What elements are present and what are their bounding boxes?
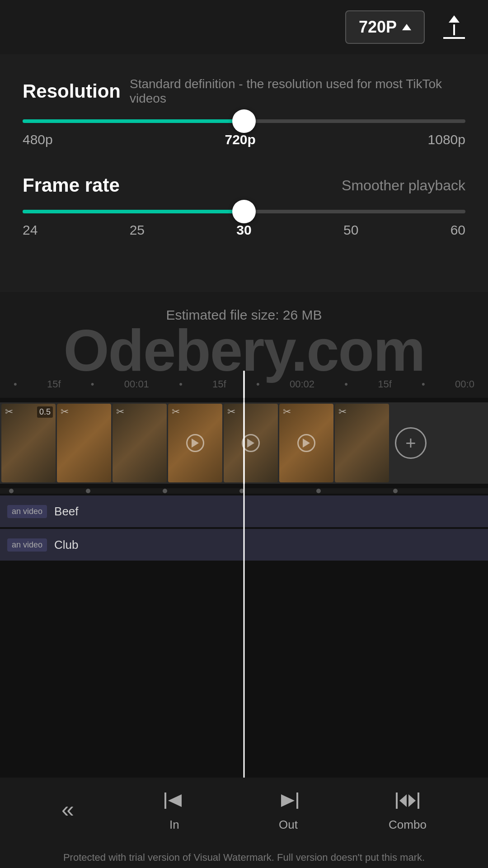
ruler-mark-11: • [422,378,425,390]
svg-rect-0 [164,793,166,809]
ruler-mark-8: 00:02 [290,378,314,390]
resolution-label-1080: 1080p [428,132,465,147]
svg-marker-5 [399,794,407,807]
track-dot-3 [163,489,167,493]
svg-marker-2 [281,794,295,807]
resolution-label: 720P [359,18,397,37]
settings-panel: Resolution Standard definition - the res… [0,54,488,292]
add-clip-button[interactable]: + [395,427,427,459]
ruler-mark-6: 15f [212,378,226,390]
timeline-area: • 15f • 00:01 • 15f • 00:02 • 15f • 00:0… [0,371,488,778]
combo-icon [394,787,421,814]
nav-back-item[interactable]: « [61,796,74,822]
file-size-section: Estimated file size: 26 MB [0,307,488,323]
scissors-icon-1: ✂ [5,406,13,418]
ruler-mark-2: 15f [47,378,61,390]
resolution-slider-thumb[interactable] [232,109,256,133]
ruler-mark-3: • [91,378,94,390]
nav-out-item[interactable]: Out [275,787,302,832]
audio-track-2-name: Club [54,538,78,552]
framerate-section: Frame rate Smoother playback 24 25 30 50… [23,175,465,238]
track-dot-5 [316,489,321,493]
resolution-section: Resolution Standard definition - the res… [23,77,465,147]
svg-marker-6 [408,794,416,807]
nav-combo-item[interactable]: Combo [389,787,427,832]
video-clip-4[interactable]: ✂ [168,404,222,482]
resolution-slider-fill [23,119,244,123]
ruler-mark-7: • [256,378,260,390]
resolution-button[interactable]: 720P [345,10,425,44]
scissors-icon-6: ✂ [283,406,291,418]
resolution-header: Resolution Standard definition - the res… [23,77,465,106]
video-clip-6[interactable]: ✂ [279,404,333,482]
framerate-header: Frame rate Smoother playback [23,175,465,196]
video-clip-2[interactable]: ✂ [57,404,111,482]
chevron-up-icon [402,24,411,30]
framerate-label-30: 30 [236,222,251,238]
in-icon [161,787,188,814]
framerate-subtitle: Smoother playback [342,177,465,194]
svg-rect-7 [418,793,419,809]
video-thumbnails: ✂ 0.5 ✂ ✂ ✂ ✂ ✂ ✂ [0,402,390,484]
audio-track-1-badge: an video [7,505,47,518]
resolution-slider-track [23,119,465,123]
scissors-icon-5: ✂ [227,406,235,418]
clip-play-icon-4 [186,434,204,452]
framerate-slider-fill [23,210,244,213]
video-clip-5[interactable]: ✂ [224,404,278,482]
ruler-mark-4: 00:01 [124,378,149,390]
svg-marker-1 [168,794,182,807]
scissors-icon-2: ✂ [61,406,69,418]
framerate-label-24: 24 [23,222,38,238]
resolution-label-480: 480p [23,132,53,147]
export-button[interactable] [438,11,470,43]
nav-out-label: Out [279,818,298,832]
resolution-title: Resolution [23,80,121,102]
out-icon [275,787,302,814]
framerate-title: Frame rate [23,175,120,196]
framerate-label-50: 50 [343,222,358,238]
audio-playhead-1 [244,371,245,778]
nav-in-label: In [169,818,179,832]
audio-track-1-name: Beef [54,505,79,519]
bottom-nav: « In Out Combo [0,778,488,841]
framerate-slider-track [23,210,465,213]
ruler-mark-10: 15f [378,378,392,390]
scissors-icon-3: ✂ [116,406,124,418]
protection-text: Protected with trial version of Visual W… [0,852,488,863]
nav-in-item[interactable]: In [161,787,188,832]
file-size-text: Estimated file size: 26 MB [166,307,322,322]
framerate-labels: 24 25 30 50 60 [23,222,465,238]
nav-combo-label: Combo [389,818,427,832]
export-icon [443,15,465,39]
framerate-label-25: 25 [130,222,145,238]
ruler-mark-9: • [344,378,348,390]
clip-play-icon-6 [297,434,315,452]
video-clip-3[interactable]: ✂ [113,404,167,482]
resolution-labels: 480p 720p 1080p [23,132,465,147]
resolution-description: Standard definition - the resolution use… [130,77,465,106]
track-dot-6 [393,489,398,493]
framerate-slider-thumb[interactable] [232,200,256,223]
back-icon: « [61,796,74,822]
protection-label: Protected with trial version of Visual W… [63,852,425,863]
svg-rect-3 [296,793,298,809]
track-dot-2 [86,489,90,493]
audio-track-1: an video Beef [0,495,488,527]
ruler-mark-5: • [179,378,183,390]
svg-rect-4 [396,793,398,809]
framerate-slider-container[interactable] [23,210,465,213]
clip-duration-1: 0.5 [37,406,53,418]
framerate-label-60: 60 [450,222,465,238]
resolution-label-720: 720p [225,132,255,147]
scissors-icon-7: ✂ [338,406,347,418]
scissors-icon-4: ✂ [172,406,180,418]
audio-track-2-badge: an video [7,538,47,552]
video-clip-1[interactable]: ✂ 0.5 [1,404,56,482]
video-clip-7[interactable]: ✂ [335,404,389,482]
ruler-mark-12: 00:0 [455,378,474,390]
ruler-mark-1: • [14,378,17,390]
track-dot-1 [9,489,14,493]
top-bar: 720P [0,0,488,54]
resolution-slider-container[interactable] [23,119,465,123]
